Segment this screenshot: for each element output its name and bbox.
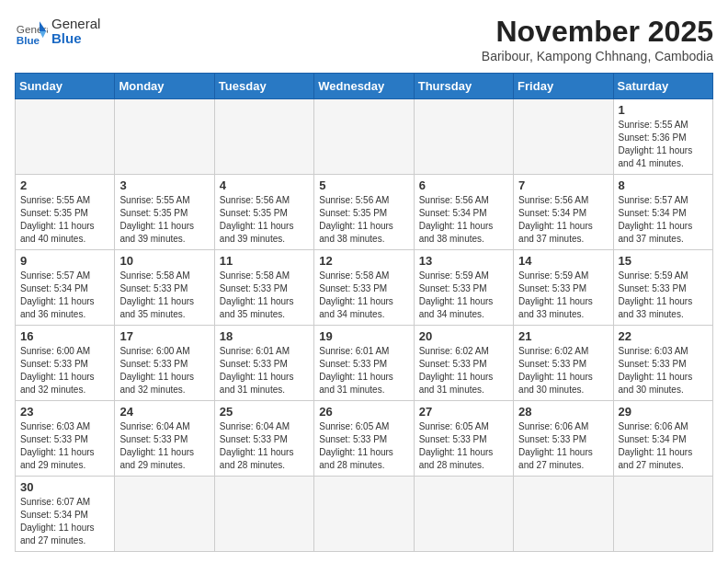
weekday-header-monday: Monday xyxy=(115,74,214,99)
day-number: 5 xyxy=(319,178,408,192)
day-number: 8 xyxy=(619,178,708,192)
calendar-day-cell: 9Sunrise: 5:57 AMSunset: 5:34 PMDaylight… xyxy=(16,250,115,326)
day-info: Sunrise: 6:00 AMSunset: 5:33 PMDaylight:… xyxy=(20,345,109,396)
day-number: 6 xyxy=(419,178,508,192)
day-number: 29 xyxy=(619,405,708,419)
calendar-day-cell xyxy=(314,477,414,552)
calendar-day-cell: 2Sunrise: 5:55 AMSunset: 5:35 PMDaylight… xyxy=(16,175,115,250)
calendar-day-cell: 10Sunrise: 5:58 AMSunset: 5:33 PMDayligh… xyxy=(115,250,214,326)
title-area: November 2025 Baribour, Kampong Chhnang,… xyxy=(482,15,713,63)
day-info: Sunrise: 5:57 AMSunset: 5:34 PMDaylight:… xyxy=(619,194,708,246)
calendar-table: SundayMondayTuesdayWednesdayThursdayFrid… xyxy=(15,73,713,552)
weekday-header-friday: Friday xyxy=(514,74,613,99)
calendar-day-cell xyxy=(214,477,313,552)
day-number: 30 xyxy=(20,480,109,494)
day-number: 20 xyxy=(419,329,508,343)
calendar-day-cell: 15Sunrise: 5:59 AMSunset: 5:33 PMDayligh… xyxy=(613,250,712,326)
calendar-day-cell: 21Sunrise: 6:02 AMSunset: 5:33 PMDayligh… xyxy=(514,326,613,401)
day-info: Sunrise: 5:56 AMSunset: 5:34 PMDaylight:… xyxy=(518,194,608,246)
day-number: 24 xyxy=(119,405,209,419)
day-info: Sunrise: 6:04 AMSunset: 5:33 PMDaylight:… xyxy=(119,420,209,472)
day-info: Sunrise: 6:03 AMSunset: 5:33 PMDaylight:… xyxy=(619,345,708,396)
day-info: Sunrise: 5:58 AMSunset: 5:33 PMDaylight:… xyxy=(220,270,309,321)
calendar-day-cell: 27Sunrise: 6:05 AMSunset: 5:33 PMDayligh… xyxy=(414,401,513,477)
day-info: Sunrise: 6:05 AMSunset: 5:33 PMDaylight:… xyxy=(419,420,508,472)
day-info: Sunrise: 6:00 AMSunset: 5:33 PMDaylight:… xyxy=(119,345,209,396)
day-number: 16 xyxy=(20,329,109,343)
logo-icon: General Blue xyxy=(15,15,48,48)
day-number: 7 xyxy=(518,178,608,192)
day-number: 26 xyxy=(319,405,408,419)
calendar-day-cell: 25Sunrise: 6:04 AMSunset: 5:33 PMDayligh… xyxy=(214,401,313,477)
calendar-day-cell xyxy=(115,477,214,552)
day-info: Sunrise: 5:58 AMSunset: 5:33 PMDaylight:… xyxy=(119,270,209,321)
day-number: 15 xyxy=(619,254,708,268)
day-number: 12 xyxy=(319,254,408,268)
calendar-day-cell: 16Sunrise: 6:00 AMSunset: 5:33 PMDayligh… xyxy=(16,326,115,401)
day-number: 4 xyxy=(220,178,309,192)
month-title: November 2025 xyxy=(482,15,713,49)
day-number: 19 xyxy=(319,329,408,343)
weekday-header-wednesday: Wednesday xyxy=(314,74,414,99)
day-number: 13 xyxy=(419,254,508,268)
weekday-header-thursday: Thursday xyxy=(414,74,513,99)
day-info: Sunrise: 6:06 AMSunset: 5:33 PMDaylight:… xyxy=(518,420,608,472)
weekday-header-saturday: Saturday xyxy=(613,74,712,99)
location-subtitle: Baribour, Kampong Chhnang, Cambodia xyxy=(482,49,713,63)
calendar-week-row: 2Sunrise: 5:55 AMSunset: 5:35 PMDaylight… xyxy=(16,175,713,250)
day-number: 28 xyxy=(518,405,608,419)
weekday-header-tuesday: Tuesday xyxy=(214,74,313,99)
calendar-day-cell: 3Sunrise: 5:55 AMSunset: 5:35 PMDaylight… xyxy=(115,175,214,250)
day-info: Sunrise: 5:56 AMSunset: 5:34 PMDaylight:… xyxy=(419,194,508,246)
page-header: General Blue General Blue November 2025 … xyxy=(15,15,713,63)
weekday-header-row: SundayMondayTuesdayWednesdayThursdayFrid… xyxy=(16,74,713,99)
calendar-day-cell: 18Sunrise: 6:01 AMSunset: 5:33 PMDayligh… xyxy=(214,326,313,401)
day-number: 27 xyxy=(419,405,508,419)
weekday-header-sunday: Sunday xyxy=(16,74,115,99)
calendar-week-row: 16Sunrise: 6:00 AMSunset: 5:33 PMDayligh… xyxy=(16,326,713,401)
calendar-day-cell xyxy=(115,99,214,175)
calendar-day-cell: 23Sunrise: 6:03 AMSunset: 5:33 PMDayligh… xyxy=(16,401,115,477)
calendar-day-cell: 30Sunrise: 6:07 AMSunset: 5:34 PMDayligh… xyxy=(16,477,115,552)
day-number: 22 xyxy=(619,329,708,343)
calendar-day-cell: 8Sunrise: 5:57 AMSunset: 5:34 PMDaylight… xyxy=(613,175,712,250)
day-info: Sunrise: 5:59 AMSunset: 5:33 PMDaylight:… xyxy=(419,270,508,321)
calendar-day-cell: 19Sunrise: 6:01 AMSunset: 5:33 PMDayligh… xyxy=(314,326,414,401)
day-number: 11 xyxy=(220,254,309,268)
day-number: 21 xyxy=(518,329,608,343)
day-number: 1 xyxy=(619,103,708,117)
day-number: 18 xyxy=(220,329,309,343)
calendar-day-cell xyxy=(514,99,613,175)
calendar-day-cell: 12Sunrise: 5:58 AMSunset: 5:33 PMDayligh… xyxy=(314,250,414,326)
day-info: Sunrise: 6:04 AMSunset: 5:33 PMDaylight:… xyxy=(220,420,309,472)
day-info: Sunrise: 6:03 AMSunset: 5:33 PMDaylight:… xyxy=(20,420,109,472)
day-info: Sunrise: 5:55 AMSunset: 5:36 PMDaylight:… xyxy=(619,119,708,170)
day-info: Sunrise: 5:55 AMSunset: 5:35 PMDaylight:… xyxy=(119,194,209,246)
day-info: Sunrise: 6:05 AMSunset: 5:33 PMDaylight:… xyxy=(319,420,408,472)
day-number: 9 xyxy=(20,254,109,268)
calendar-day-cell xyxy=(314,99,414,175)
calendar-day-cell: 6Sunrise: 5:56 AMSunset: 5:34 PMDaylight… xyxy=(414,175,513,250)
day-number: 17 xyxy=(119,329,209,343)
day-info: Sunrise: 6:02 AMSunset: 5:33 PMDaylight:… xyxy=(518,345,608,396)
calendar-day-cell: 22Sunrise: 6:03 AMSunset: 5:33 PMDayligh… xyxy=(613,326,712,401)
calendar-day-cell xyxy=(414,99,513,175)
day-number: 14 xyxy=(518,254,608,268)
day-number: 3 xyxy=(119,178,209,192)
calendar-day-cell: 26Sunrise: 6:05 AMSunset: 5:33 PMDayligh… xyxy=(314,401,414,477)
calendar-week-row: 9Sunrise: 5:57 AMSunset: 5:34 PMDaylight… xyxy=(16,250,713,326)
day-info: Sunrise: 5:56 AMSunset: 5:35 PMDaylight:… xyxy=(220,194,309,246)
day-number: 2 xyxy=(20,178,109,192)
calendar-week-row: 30Sunrise: 6:07 AMSunset: 5:34 PMDayligh… xyxy=(16,477,713,552)
calendar-week-row: 1Sunrise: 5:55 AMSunset: 5:36 PMDaylight… xyxy=(16,99,713,175)
day-number: 25 xyxy=(220,405,309,419)
calendar-day-cell: 14Sunrise: 5:59 AMSunset: 5:33 PMDayligh… xyxy=(514,250,613,326)
day-info: Sunrise: 5:59 AMSunset: 5:33 PMDaylight:… xyxy=(619,270,708,321)
day-info: Sunrise: 5:55 AMSunset: 5:35 PMDaylight:… xyxy=(20,194,109,246)
logo-text: General Blue xyxy=(51,17,100,47)
calendar-week-row: 23Sunrise: 6:03 AMSunset: 5:33 PMDayligh… xyxy=(16,401,713,477)
calendar-day-cell: 17Sunrise: 6:00 AMSunset: 5:33 PMDayligh… xyxy=(115,326,214,401)
calendar-day-cell xyxy=(414,477,513,552)
day-number: 10 xyxy=(119,254,209,268)
calendar-day-cell xyxy=(16,99,115,175)
